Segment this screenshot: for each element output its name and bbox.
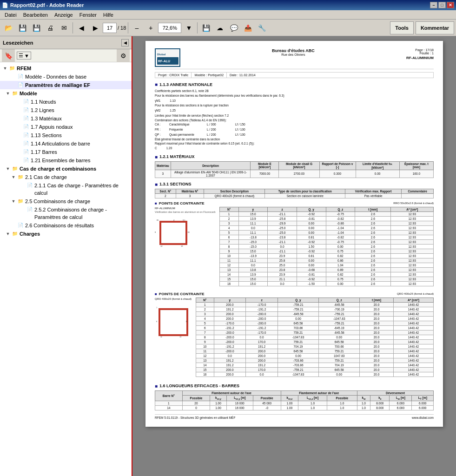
menu-datei[interactable]: Datei (2, 11, 20, 19)
c1-row-4: 40.0-25.00.00-1.042.612.93 (219, 225, 433, 230)
zoom-input[interactable] (158, 23, 181, 33)
c1-row-5: 511.1-25.00.00-1.042.612.93 (219, 230, 433, 235)
mat-col-v: Rapport de Poisson v [-] (319, 161, 356, 170)
c2-cell-5-1: -191.2 (214, 325, 246, 330)
c2-cell-15-0: 16 (196, 372, 214, 377)
zoom-in-button[interactable]: + (144, 21, 157, 34)
c1-cell-2-6: 12.93 (391, 221, 434, 225)
tree-item-cas211[interactable]: 📄 2.1.1 Cas de charge - Paramètres de ca… (0, 181, 132, 197)
c1-cell-13-3: -0.81 (297, 272, 326, 277)
tree-item-cas-charge-folder[interactable]: ▼ 📁 Cas de charge et combinaisons (0, 165, 132, 173)
c2-col-qz: Q_z (319, 298, 360, 302)
cloud-button[interactable]: ☁ (213, 21, 226, 34)
page-input[interactable]: 17 (103, 23, 117, 33)
tree-item-comb25[interactable]: ▼ 📁 2.5 Combinaisons de charge (0, 197, 132, 205)
c1-cell-0-5: 2.6 (355, 212, 391, 216)
c2-cell-11-4: 1047.83 (319, 353, 360, 358)
zoom-out-button[interactable]: – (130, 21, 143, 34)
title-bar-left: 📄 Rapport02.pdf - Adobe Reader (2, 2, 84, 8)
c1-cell-12-5: 2.6 (355, 267, 391, 272)
feuille-label: Feuille (420, 52, 430, 55)
minimize-button[interactable]: – (430, 2, 437, 8)
menu-bearbeiten[interactable]: Bearbeiten (20, 11, 51, 19)
tree-item-barres[interactable]: 📄 1.17 Barres (0, 148, 132, 156)
email-button[interactable]: ✉ (58, 21, 71, 34)
maximize-button[interactable]: □ (438, 2, 446, 8)
date-cell: Date : 11.02.2014 (227, 73, 258, 78)
c2-cell-15-2: 0.0 (246, 372, 278, 377)
open-button[interactable]: 📂 (2, 21, 15, 34)
print-button[interactable]: 🖨 (44, 21, 57, 34)
forward-button[interactable]: ▶ (89, 21, 102, 34)
kommentar-button[interactable]: Kommentar (416, 21, 454, 34)
tree-item-modele-donnees[interactable]: 📄 Modèle - Données de base (0, 73, 132, 81)
sidebar-tree[interactable]: ▼ 📁 RFEM 📄 Modèle - Données de base 📄 Pa… (0, 62, 132, 476)
tree-item-cas21[interactable]: ▼ 📁 2.1 Cas de charge (0, 173, 132, 181)
tree-item-articulations[interactable]: 📄 1.14 Articulations de barre (0, 139, 132, 148)
tree-item-lignes[interactable]: 📄 1.2 Lignes (0, 106, 132, 114)
c2-cell-4-6: 1440.42 (393, 321, 433, 325)
menu-bar: Datei Bearbeiten Anzeige Fenster Hilfe (0, 10, 456, 20)
pdf-footer-right: www.dlubal.com (412, 416, 434, 419)
pdf-company-street: Rue des Oliviers (180, 53, 406, 56)
tree-item-comb252[interactable]: 📄 2.5.2 Combinaisons de charge - Paramèt… (0, 205, 132, 221)
c1-cell-14-2: 21.1 (268, 277, 297, 281)
tree-item-ensembles[interactable]: 📄 1.21 Ensembles de barres (0, 156, 132, 165)
lon-kw1: 1.0 (357, 401, 370, 406)
c1-cell-3-5: 2.6 (355, 225, 391, 230)
c1-row-10: 10-13.923.90.810.822.612.93 (219, 253, 433, 258)
tree-item-sections[interactable]: 📄 1.13 Sections (0, 131, 132, 139)
noeuds-spacer (16, 98, 22, 106)
c1-row-7: 7-15.0-21.1-0.92-0.752.612.93 (219, 239, 433, 244)
share-button[interactable]: 📤 (241, 21, 254, 34)
expand-icon-charges[interactable]: ▼ (5, 230, 11, 238)
lon-lcry1: 16 000 (226, 401, 253, 406)
c1-cell-9-2: 23.9 (268, 253, 297, 258)
pdf-area[interactable]: Dlubal RF-ALU Bureau d'études ABC Rue de… (132, 36, 456, 476)
expand-icon-rfem[interactable]: ▼ (2, 65, 8, 72)
menu-fenster[interactable]: Fenster (77, 11, 99, 19)
tree-item-rfem[interactable]: ▼ 📁 RFEM (0, 64, 132, 73)
close-button[interactable]: ✕ (447, 2, 454, 8)
tree-item-materiaux[interactable]: 📄 1.3 Matériaux (0, 114, 132, 123)
sidebar-settings-icon[interactable]: ⚙ (117, 49, 130, 62)
save-button[interactable]: 💾 (16, 21, 29, 34)
menu-anzeige[interactable]: Anzeige (52, 11, 76, 19)
c1-cell-3-3: 0.00 (297, 225, 326, 230)
tree-item-appuis[interactable]: 📄 1.7 Appuis nodaux (0, 123, 132, 131)
comment-button[interactable]: 💬 (227, 21, 240, 34)
menu-hilfe[interactable]: Hilfe (100, 11, 116, 19)
floppy-button[interactable]: 💾 (199, 21, 212, 34)
expand-icon-cas[interactable]: ▼ (5, 165, 11, 172)
mat-col-e: Module E [kN/cm²] (251, 161, 279, 170)
expand-icon-modele[interactable]: ▼ (5, 90, 11, 97)
lon-col-flamb-z: Flambement autour de l'axe (281, 390, 357, 395)
c1-cell-5-6: 12.93 (391, 235, 434, 239)
contrainte1-section: ■ POINTS DE CONTRAINTE RRO 50x30x2.6 (fo… (155, 201, 434, 289)
tree-item-parametres[interactable]: 📄 Paramètres de maillage EF (0, 81, 132, 89)
expand-icon-cas21[interactable]: ▼ (10, 173, 17, 181)
tools-button[interactable]: Tools (390, 21, 414, 34)
c2-cell-12-2: 200.0 (246, 358, 278, 363)
c1-cell-0-1: 15.0 (238, 212, 268, 216)
tree-item-noeuds[interactable]: 📄 1.1 Nœuds (0, 98, 132, 106)
expand-icon-comb25[interactable]: ▼ (10, 198, 17, 205)
c1-cell-5-2: -23.8 (268, 235, 297, 239)
c2-cell-12-5: 20.0 (360, 358, 394, 363)
expand-spacer2 (10, 81, 17, 89)
annex-line6: État général triaxial de contrainte dans… (155, 137, 434, 142)
tree-item-charges[interactable]: ▼ 📁 Charges (0, 230, 132, 238)
sidebar-view-button[interactable]: ☰ ▼ (17, 52, 31, 60)
contrainte1-title: ■ POINTS DE CONTRAINTE RRO 50x30x2.6 (fo… (155, 201, 434, 205)
save2-button[interactable]: 💾 (30, 21, 43, 34)
page-icon-appuis: 📄 (22, 123, 30, 131)
materiaux-title: 1.2.1 MATÉRIAUX (155, 154, 434, 159)
sidebar-collapse-button[interactable]: ◀ (121, 39, 129, 46)
zoom-dropdown-button[interactable]: ▼ (182, 21, 195, 34)
c1-cell-11-0: 12 (219, 263, 238, 267)
tree-item-modele-folder[interactable]: ▼ 📁 Modèle (0, 89, 132, 98)
tools-icon[interactable]: 🔧 (255, 21, 268, 34)
back-button[interactable]: ◀ (75, 21, 88, 34)
c1-cell-13-5: 2.6 (355, 272, 391, 277)
tree-item-comb26[interactable]: 📄 2.6 Combinaisons de résultats (0, 221, 132, 230)
